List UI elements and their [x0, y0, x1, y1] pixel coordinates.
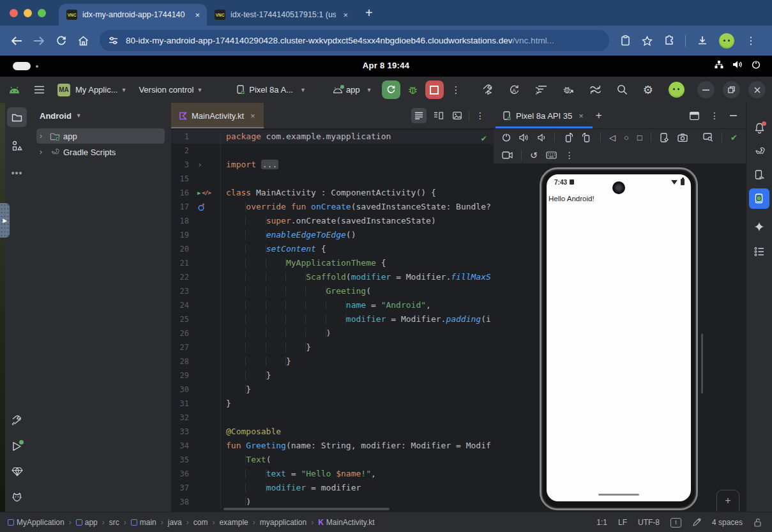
code-line[interactable]: 17 override fun onCreate(savedInstanceSt…	[171, 200, 494, 214]
new-tab-button[interactable]: +	[365, 6, 373, 20]
tab-close-icon[interactable]: ×	[341, 10, 350, 20]
code-line[interactable]: 3›import ...	[171, 158, 494, 172]
code-editor[interactable]: 1package com.example.myapplication23›imp…	[171, 130, 494, 512]
editor-tab-mainactivity[interactable]: MainActivity.kt ×	[171, 103, 264, 128]
code-line[interactable]: 30 }	[171, 383, 494, 397]
code-view-icon[interactable]	[411, 108, 427, 123]
main-menu-icon[interactable]	[34, 86, 45, 94]
code-line[interactable]: 28 }	[171, 354, 494, 369]
window-restore-button[interactable]	[723, 81, 740, 98]
code-line[interactable]: 29 }	[171, 369, 494, 383]
live-edit-check-icon[interactable]: ✔	[730, 133, 738, 142]
tab-close-icon[interactable]: ×	[193, 10, 202, 20]
code-line[interactable]: 36 text = "Hello $name!",	[171, 467, 494, 481]
emulator-more-icon[interactable]: ⋮	[565, 150, 574, 160]
breadcrumb-item[interactable]: app	[76, 518, 98, 527]
window-close-button[interactable]	[748, 81, 766, 98]
encoding-widget[interactable]: UTF-8	[638, 518, 660, 527]
code-line[interactable]: 21 MyApplicationTheme {	[171, 256, 494, 270]
rerun-button[interactable]	[382, 80, 400, 99]
screen-record-icon[interactable]	[502, 151, 513, 159]
split-view-icon[interactable]	[430, 108, 446, 123]
code-line[interactable]: 38 )	[171, 495, 494, 509]
nav-back-icon[interactable]: ◁	[609, 133, 616, 142]
code-line[interactable]: 33@Composable	[171, 425, 494, 439]
profile-avatar[interactable]	[719, 33, 734, 49]
device-selector[interactable]: Pixel 8a A...▼	[236, 85, 306, 95]
breadcrumb-item[interactable]: KMainActivity.kt	[318, 518, 374, 527]
search-everywhere-icon[interactable]	[617, 84, 628, 95]
code-line[interactable]: 2	[171, 144, 494, 158]
snapshots-icon[interactable]: ↺	[530, 150, 538, 160]
app-quality-insights-icon[interactable]	[7, 462, 27, 482]
code-line[interactable]: 31}	[171, 397, 494, 411]
code-line[interactable]: 20 setContent {	[171, 242, 494, 256]
code-line[interactable]: 34fun Greeting(name: String, modifier: M…	[171, 439, 494, 453]
gutter-icon[interactable]: ›	[193, 158, 221, 172]
pen-widget-icon[interactable]	[692, 518, 701, 527]
network-icon[interactable]	[715, 60, 723, 69]
back-icon[interactable]	[5, 36, 27, 45]
project-tool-icon[interactable]	[7, 107, 27, 127]
vcs-selector[interactable]: Version control▼	[139, 85, 202, 95]
run-configuration-selector[interactable]: app▼	[333, 85, 372, 95]
device-manager-icon[interactable]	[749, 165, 769, 185]
more-tools-icon[interactable]: •••	[7, 163, 27, 183]
emulator-power-icon[interactable]	[502, 133, 511, 142]
novnc-panel-handle[interactable]: ▶	[0, 203, 10, 238]
ide-user-avatar[interactable]	[669, 82, 685, 98]
profiler-icon[interactable]	[536, 85, 547, 95]
indent-widget[interactable]: 4 spaces	[712, 518, 743, 527]
panel-scrollbar[interactable]	[701, 333, 703, 393]
code-line[interactable]: 23 Greeting(	[171, 284, 494, 298]
code-line[interactable]: 35 Text(	[171, 453, 494, 467]
emulator-tab-close-icon[interactable]: ×	[577, 111, 586, 121]
breadcrumb-item[interactable]: main	[131, 518, 156, 527]
code-line[interactable]: 24 name = "Android",	[171, 298, 494, 312]
apply-changes-icon[interactable]: A	[509, 84, 520, 95]
emulator-new-tab-icon[interactable]: +	[596, 109, 602, 122]
build-tool-icon[interactable]	[7, 411, 27, 430]
reload-icon[interactable]	[50, 36, 72, 46]
zoom-mode-icon[interactable]	[703, 133, 713, 142]
desktop-clock[interactable]: Apr 8 19:44	[0, 61, 772, 70]
chevron-right-icon[interactable]: ›	[40, 148, 46, 156]
attach-debugger-icon[interactable]	[563, 85, 574, 95]
gesture-navigation-bar[interactable]	[598, 494, 639, 496]
inspections-widget-icon[interactable]: !	[670, 518, 681, 528]
breadcrumb-item[interactable]: java	[168, 518, 182, 527]
code-line[interactable]: 15	[171, 172, 494, 186]
volume-icon[interactable]	[732, 60, 743, 69]
settings-gear-icon[interactable]: ⚙	[643, 83, 653, 97]
phone-screen[interactable]: 7:43 Hello Android!	[547, 174, 691, 501]
forward-icon[interactable]	[27, 36, 50, 45]
running-devices-icon[interactable]	[749, 188, 769, 209]
gutter-icon[interactable]	[193, 200, 221, 214]
panel-layout-icon[interactable]	[690, 112, 699, 120]
project-view-selector[interactable]: Android▼	[29, 103, 171, 128]
code-line[interactable]: 16▶</>class MainActivity : ComponentActi…	[171, 186, 494, 200]
volume-down-icon[interactable]	[538, 133, 546, 142]
hardware-input-icon[interactable]	[546, 151, 557, 159]
notifications-bell-icon[interactable]	[749, 118, 769, 138]
rotate-right-icon[interactable]	[582, 133, 592, 142]
code-line[interactable]: 19 enableEdgeToEdge()	[171, 228, 494, 242]
inspections-ok-icon[interactable]: ✔	[481, 133, 487, 143]
volume-up-icon[interactable]	[519, 133, 529, 142]
caret-position-widget[interactable]: 1:1	[596, 518, 607, 527]
breadcrumb-item[interactable]: example	[219, 518, 248, 527]
run-tool-icon[interactable]	[7, 436, 27, 456]
line-ending-widget[interactable]: LF	[618, 518, 627, 527]
chevron-right-icon[interactable]: ›	[40, 132, 46, 141]
run-more-icon[interactable]: ⋮	[451, 84, 461, 96]
code-line[interactable]: 32	[171, 411, 494, 425]
gradle-sync-icon[interactable]	[589, 85, 602, 95]
panel-options-icon[interactable]: ⋮	[710, 110, 719, 121]
stop-button[interactable]	[425, 80, 444, 99]
breadcrumb-item[interactable]: com	[193, 518, 208, 527]
structure-tool-icon[interactable]	[7, 136, 27, 156]
downloads-icon[interactable]	[697, 36, 708, 46]
nav-overview-icon[interactable]: □	[637, 133, 642, 142]
code-line[interactable]: 37 modifier = modifier	[171, 481, 494, 495]
zoom-in-button[interactable]: +	[725, 494, 731, 507]
